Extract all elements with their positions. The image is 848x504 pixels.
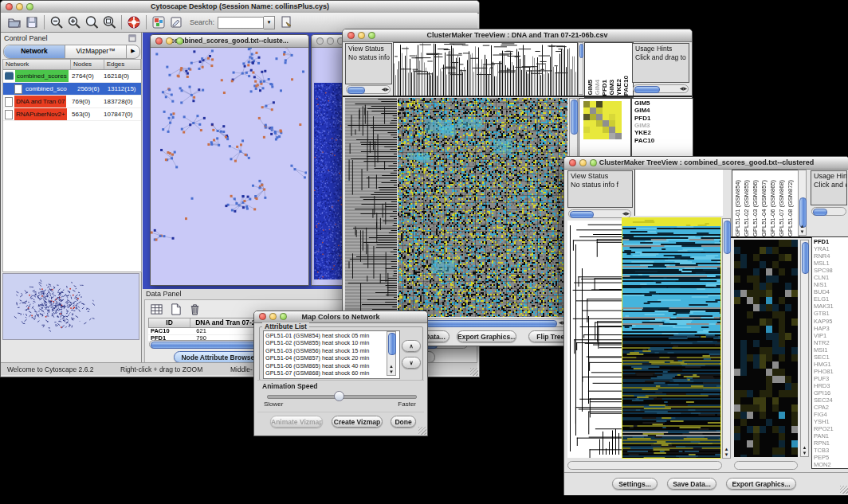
search-input[interactable] bbox=[218, 17, 264, 29]
zoom-window-icon[interactable] bbox=[26, 3, 33, 10]
main-titlebar[interactable]: Cytoscape Desktop (Session Name: collins… bbox=[1, 1, 479, 14]
tv2-label-vscrollbar[interactable]: ▲▼ bbox=[798, 170, 807, 236]
tv2-gene-label[interactable]: HMG1 bbox=[814, 361, 848, 368]
close-icon[interactable] bbox=[155, 37, 163, 45]
tv2-gene-label[interactable]: NIS1 bbox=[814, 281, 848, 288]
tv2-gene-label[interactable]: KAP95 bbox=[814, 318, 848, 325]
zoom-window-icon[interactable] bbox=[590, 159, 597, 166]
tv2-column-label[interactable]: GPL51-07 (GSM868) bbox=[778, 180, 787, 236]
scroll-arrows-icon[interactable]: ▲▼ bbox=[799, 224, 806, 235]
attribute-item[interactable]: GPL51-07 (GSM868) heat shock 60 min bbox=[265, 369, 399, 377]
network-overview[interactable] bbox=[2, 273, 139, 340]
tv1-column-label[interactable]: PAC10 bbox=[622, 76, 630, 96]
tv1-usage-hscrollbar[interactable]: ◀▶ bbox=[633, 84, 689, 93]
attribute-item[interactable]: GPL51-01 (GSM854) heat shock 05 min bbox=[265, 332, 399, 339]
attribute-list[interactable]: GPL51-01 (GSM854) heat shock 05 minGPL51… bbox=[263, 330, 400, 379]
zoom-window-icon[interactable] bbox=[368, 32, 375, 39]
table-icon[interactable] bbox=[150, 303, 163, 316]
tv2-gene-label[interactable]: PFD1 bbox=[814, 238, 848, 245]
tv2-column-label[interactable]: GPL51-04 (GSM857) bbox=[760, 180, 769, 236]
tv2-gene-label[interactable]: GPI16 bbox=[814, 389, 848, 397]
tv2-gene-label[interactable]: RPN1 bbox=[814, 440, 848, 447]
resize-grip[interactable] bbox=[470, 368, 478, 376]
tv2-gene-label[interactable]: RPO21 bbox=[814, 425, 848, 432]
tv2-gene-label[interactable]: SEC24 bbox=[814, 397, 848, 404]
tv2-gene-label[interactable]: GTB1 bbox=[814, 310, 848, 317]
create-vizmap-button[interactable]: Create Vizmap bbox=[332, 416, 383, 428]
tv2-column-label[interactable]: GPL51-03 (GSM856) bbox=[752, 180, 760, 236]
attribute-item[interactable]: GPL51-02 (GSM855) heat shock 10 min bbox=[265, 339, 399, 346]
tv2-status-hscrollbar[interactable]: ◀▶ bbox=[568, 209, 631, 218]
tv2-column-label[interactable]: GPL51-02 (GSM855) bbox=[743, 180, 752, 236]
close-icon[interactable] bbox=[6, 3, 13, 10]
treeview1-titlebar[interactable]: ClusterMaker TreeView : DNA and Tran 07-… bbox=[343, 29, 692, 42]
close-icon[interactable] bbox=[569, 159, 576, 166]
tab-node-attribute-browser[interactable]: Node Attribute Browser bbox=[174, 351, 265, 363]
tv2-gene-label[interactable]: PUF3 bbox=[814, 375, 848, 382]
animate-vizmap-button[interactable]: Animate Vizmap bbox=[270, 416, 323, 428]
float-panel-icon[interactable] bbox=[128, 34, 136, 42]
done-button[interactable]: Done bbox=[391, 416, 416, 428]
tv1-column-label[interactable]: GIM5 bbox=[587, 80, 594, 96]
attribute-mapper-icon[interactable] bbox=[280, 15, 294, 29]
tab-network[interactable]: Network bbox=[4, 45, 65, 58]
node-appearance-icon[interactable] bbox=[151, 15, 166, 29]
tv2-gene-label[interactable]: NTR2 bbox=[814, 339, 848, 346]
search-dropdown-button[interactable]: ▾ bbox=[264, 16, 275, 29]
network-view-dense[interactable] bbox=[314, 83, 343, 279]
tv2-heatmap[interactable] bbox=[622, 218, 720, 458]
column-header-edges[interactable]: Edges bbox=[104, 60, 141, 69]
tv2-save-data-button[interactable]: Save Data... bbox=[667, 478, 716, 490]
attribute-item[interactable]: GPL51-04 (GSM857) heat shock 20 min bbox=[265, 354, 399, 361]
tv2-gene-label[interactable]: PAN1 bbox=[814, 432, 848, 440]
minimize-icon[interactable] bbox=[166, 37, 173, 45]
save-icon[interactable] bbox=[25, 15, 39, 29]
minimize-icon[interactable] bbox=[269, 313, 277, 320]
tv1-row-label[interactable]: YKE2 bbox=[634, 129, 693, 136]
annotation-icon[interactable] bbox=[169, 15, 183, 29]
close-icon[interactable] bbox=[259, 313, 266, 320]
tv2-export-graphics-button[interactable]: Export Graphics... bbox=[726, 478, 796, 490]
network-row[interactable]: DNA and Tran 07769(0)183728(0) bbox=[3, 96, 141, 108]
tv2-gene-label[interactable]: MSL1 bbox=[814, 260, 848, 267]
tv2-usage-hscrollbar[interactable] bbox=[811, 207, 846, 216]
tv2-gene-label[interactable]: YRA1 bbox=[814, 245, 848, 252]
tv2-column-label[interactable]: GPL51-08 (GSM872) bbox=[787, 180, 795, 236]
move-up-button[interactable]: ∧ bbox=[402, 340, 421, 352]
tv2-bottom-hscrollbar[interactable] bbox=[567, 461, 722, 470]
tv2-settings-button[interactable]: Settings... bbox=[612, 478, 658, 490]
tv2-gene-label[interactable]: CLN1 bbox=[814, 274, 848, 281]
tv1-row-label[interactable]: GIM3 bbox=[634, 122, 693, 129]
window-controls[interactable] bbox=[6, 3, 33, 10]
tv2-gene-label[interactable]: BUD4 bbox=[814, 288, 848, 295]
animation-slider-thumb[interactable] bbox=[334, 391, 344, 401]
zoom-selected-icon[interactable] bbox=[84, 15, 99, 29]
minimize-icon[interactable] bbox=[579, 159, 587, 166]
network-row[interactable]: RNAPuberNov2+563(0)107847(0) bbox=[3, 108, 141, 121]
scroll-arrows-icon[interactable]: ▲▼ bbox=[801, 445, 808, 456]
dialog-titlebar[interactable]: Map Colors to Network bbox=[254, 311, 427, 323]
tab-overflow-arrow[interactable]: ▶ bbox=[127, 45, 139, 58]
tv2-gene-label[interactable]: VIP1 bbox=[814, 332, 848, 339]
tv2-column-label[interactable]: GPL51-01 (GSM854) bbox=[734, 180, 743, 236]
tv1-row-dendrogram[interactable] bbox=[345, 98, 397, 317]
attribute-item[interactable]: GPL51-06 (GSM865) heat shock 40 min bbox=[265, 362, 399, 369]
tv1-export-graphics-button[interactable]: Export Graphics... bbox=[457, 330, 516, 342]
tv1-column-dendrogram[interactable] bbox=[393, 42, 578, 96]
open-folder-icon[interactable] bbox=[7, 15, 22, 29]
new-file-icon[interactable] bbox=[169, 303, 183, 316]
tv2-gene-label[interactable]: CPA2 bbox=[814, 404, 848, 411]
zoom-out-icon[interactable] bbox=[49, 15, 64, 29]
tv1-column-label[interactable]: PFD1 bbox=[601, 80, 608, 96]
zoom-window-icon[interactable] bbox=[176, 37, 183, 45]
trash-icon[interactable] bbox=[188, 303, 202, 316]
tv2-gene-label[interactable]: PHO81 bbox=[814, 368, 848, 375]
column-header-network[interactable]: Network bbox=[3, 60, 71, 69]
move-down-button[interactable]: ∨ bbox=[402, 357, 421, 369]
tv2-gene-label[interactable]: SEC1 bbox=[814, 354, 848, 361]
tv2-gene-label[interactable]: MAK31 bbox=[814, 303, 848, 310]
tv1-thin-vscrollbar[interactable] bbox=[578, 42, 583, 95]
tv2-heatmap-vscrollbar[interactable]: ▲▼ bbox=[722, 218, 731, 459]
tv2-mini-heatmap[interactable] bbox=[734, 240, 798, 457]
tv1-column-label[interactable]: YKE2 bbox=[615, 79, 622, 96]
